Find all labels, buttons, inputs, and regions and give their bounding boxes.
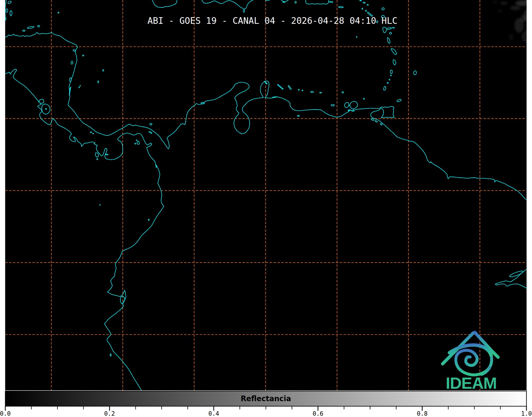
colorbar-tick-label: 0.2 xyxy=(104,410,115,417)
ideam-logo-text: IDEAM xyxy=(446,374,497,392)
satellite-figure: ABI - GOES 19 - CANAL 04 - 2026-04-28 04… xyxy=(0,0,532,417)
colorbar-label: Reflectancia xyxy=(241,394,291,403)
colorbar-tick-label: 0.8 xyxy=(417,410,428,417)
colorbar-tick-label: 0.0 xyxy=(0,410,11,417)
map-title: ABI - GOES 19 - CANAL 04 - 2026-04-28 04… xyxy=(148,16,398,26)
cloud-blob xyxy=(520,15,527,22)
colorbar-tick-label: 0.4 xyxy=(208,410,219,417)
colorbar-tick-label: 0.6 xyxy=(313,410,324,417)
colorbar-tick-label: 1.0 xyxy=(521,410,532,417)
cloud-blob xyxy=(510,6,521,10)
cloud-blob xyxy=(492,1,497,3)
cloud-blob xyxy=(509,34,513,40)
cloud-blob xyxy=(500,1,508,5)
cloud-blob xyxy=(498,10,502,13)
